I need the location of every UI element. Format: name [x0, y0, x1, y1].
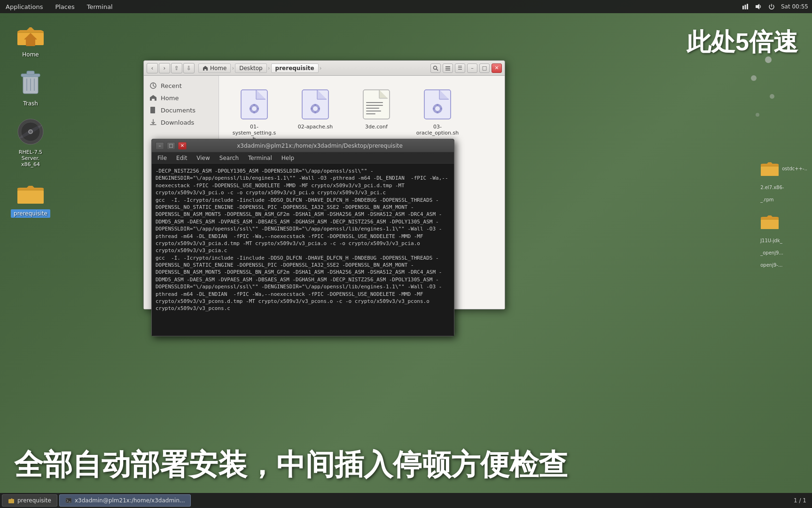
svg-rect-51 [318, 108, 320, 110]
svg-line-25 [437, 69, 438, 71]
menu-terminal[interactable]: Terminal [85, 2, 115, 11]
desktop-icon-home[interactable]: Home [9, 19, 52, 58]
clock: Sat 00:55 [781, 3, 808, 10]
menu-view[interactable]: View [195, 154, 211, 162]
taskbar-page: 1 / 1 [794, 497, 810, 504]
svg-rect-1 [744, 5, 746, 9]
menu-terminal-menu[interactable]: Terminal [246, 154, 274, 162]
svg-rect-56 [366, 105, 383, 106]
menu-applications[interactable]: Applications [4, 2, 45, 11]
terminal-minimize[interactable]: – [156, 142, 164, 150]
svg-marker-3 [756, 4, 759, 9]
disc-icon [16, 117, 46, 147]
sidebar-home[interactable]: Home [144, 92, 219, 104]
file-3de-conf[interactable]: 3de.conf [351, 85, 402, 145]
svg-rect-21 [761, 167, 779, 176]
script-icon-1 [238, 88, 271, 121]
file-name-2: 02-apache.sh [298, 124, 333, 130]
breadcrumb-home[interactable]: Home [198, 64, 231, 73]
extra-button[interactable]: ☰ [455, 64, 465, 73]
right-side-icons: ostdc++-.. 2.el7.x86- _.rpm J11U-jdk_ _o… [760, 160, 807, 269]
desktop-icon-prerequisite[interactable]: prerequisite [9, 177, 52, 218]
svg-rect-67 [433, 108, 435, 110]
right-icon-1[interactable]: ostdc++-.. [760, 160, 807, 177]
right-icon-2[interactable] [760, 213, 807, 232]
svg-point-38 [252, 106, 257, 111]
svg-rect-9 [27, 71, 34, 75]
right-folder-label-1: 2.el7.x86- [760, 182, 807, 191]
menu-places[interactable]: Places [53, 2, 76, 11]
svg-rect-31 [151, 108, 154, 109]
titlebar-nav: ‹ › ⇧ ⇩ [147, 63, 195, 73]
svg-rect-19 [17, 190, 44, 204]
minimize-button[interactable]: – [467, 64, 477, 73]
right-folder-label-5: openj9-... [760, 260, 807, 269]
breadcrumb-desktop[interactable]: Desktop [235, 64, 267, 73]
script-icon-2 [299, 88, 332, 121]
view-options-button[interactable] [443, 64, 453, 73]
menubar-left: Applications Places Terminal [4, 2, 115, 11]
file-01-system[interactable]: 01-system_setting.sh [228, 85, 280, 145]
svg-rect-26 [445, 66, 450, 67]
svg-rect-41 [250, 108, 251, 110]
search-button[interactable] [430, 64, 441, 73]
maximize-button[interactable]: □ [479, 64, 490, 73]
menubar: Applications Places Terminal Sat 00:55 [0, 0, 812, 13]
svg-rect-66 [437, 111, 438, 113]
menu-search[interactable]: Search [218, 154, 241, 162]
taskbar-prerequisite[interactable]: prerequisite [2, 494, 57, 507]
menu-help[interactable]: Help [280, 154, 296, 162]
breadcrumb-sep-3: › [319, 65, 323, 71]
back-button[interactable]: ‹ [147, 63, 158, 73]
svg-rect-33 [151, 111, 153, 111]
file-name-4: 03-oracle_option.sh [414, 124, 461, 136]
svg-rect-42 [257, 108, 259, 110]
sound-icon [755, 3, 762, 10]
breadcrumb-sep-1: › [231, 65, 235, 71]
menu-file[interactable]: File [156, 154, 169, 162]
taskbar: prerequisite x3dadmin@plm21x:/home/x3dad… [0, 493, 812, 508]
terminal-window: – □ ✕ x3dadmin@plm21x:/home/x3dadmin/Des… [151, 139, 454, 336]
svg-rect-32 [151, 110, 154, 110]
right-folder-label-2: _.rpm [760, 194, 807, 203]
text-icon [360, 88, 393, 121]
down-button[interactable]: ⇩ [183, 63, 195, 73]
close-button[interactable]: ✕ [492, 64, 502, 73]
svg-rect-27 [445, 68, 450, 69]
up-button[interactable]: ⇧ [171, 63, 182, 73]
right-folder-label-4: _openj9... [760, 247, 807, 256]
svg-rect-65 [437, 104, 438, 106]
desktop-icon-rhel[interactable]: RHEL-7.5 Server. x86_64 [9, 117, 52, 168]
svg-rect-57 [366, 108, 379, 109]
titlebar-actions: ☰ – □ ✕ [430, 64, 502, 73]
right-folder-label-3: J11U-jdk_ [760, 235, 807, 244]
svg-rect-0 [742, 6, 744, 9]
breadcrumb-prerequisite[interactable]: prerequisite [271, 64, 319, 73]
taskbar-terminal[interactable]: x3dadmin@plm21x:/home/x3dadmin... [59, 494, 191, 507]
script-icon-3 [421, 88, 454, 121]
svg-rect-59 [366, 113, 375, 114]
sidebar-documents[interactable]: Documents [144, 104, 219, 116]
desktop-icon-trash[interactable]: Trash [9, 68, 52, 107]
menu-edit[interactable]: Edit [174, 154, 189, 162]
terminal-titlebar: – □ ✕ x3dadmin@plm21x:/home/x3dadmin/Des… [152, 139, 454, 152]
terminal-maximize[interactable]: □ [167, 142, 175, 150]
svg-rect-58 [366, 111, 381, 111]
sidebar-downloads[interactable]: Downloads [144, 116, 219, 128]
svg-rect-55 [366, 102, 383, 103]
home-icon-label: Home [20, 51, 40, 58]
terminal-content[interactable]: -DECP_NISTZ256_ASM -DPOLY1305_ASM -DOPEN… [152, 164, 454, 336]
svg-point-64 [435, 106, 440, 111]
file-03-oracle[interactable]: 03-oracle_option.sh [412, 85, 463, 145]
file-02-apache[interactable]: 02-apache.sh [289, 85, 341, 145]
breadcrumb-sep-2: › [267, 65, 271, 71]
prerequisite-folder-icon [16, 177, 46, 207]
desktop: Applications Places Terminal Sat 00:55 [0, 0, 812, 508]
svg-rect-50 [311, 108, 312, 110]
svg-rect-49 [314, 111, 316, 113]
terminal-close[interactable]: ✕ [178, 142, 187, 150]
sidebar-recent[interactable]: Recent [144, 79, 219, 92]
forward-button[interactable]: › [159, 63, 170, 73]
rhel-icon-label: RHEL-7.5 Server. x86_64 [9, 149, 52, 168]
svg-rect-68 [440, 108, 442, 110]
